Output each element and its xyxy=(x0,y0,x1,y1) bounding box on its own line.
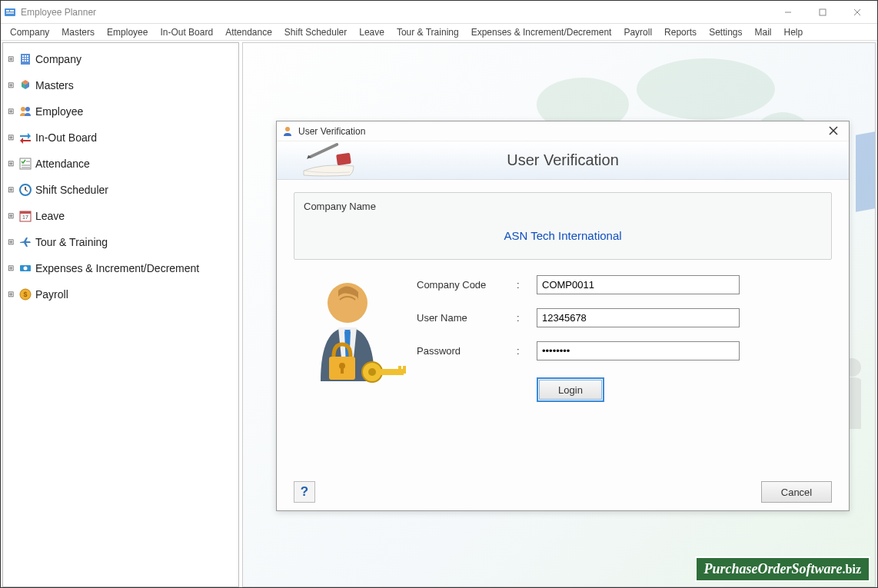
password-input[interactable] xyxy=(537,341,740,360)
dialog-title: User Verification xyxy=(298,126,823,137)
expand-icon[interactable]: ⊞ xyxy=(6,238,15,247)
svg-rect-62 xyxy=(403,366,406,374)
coin-icon: $ xyxy=(18,287,32,301)
company-name-label: Company Name xyxy=(304,201,822,212)
window-titlebar: Employee Planner xyxy=(1,1,877,24)
expand-icon[interactable]: ⊞ xyxy=(6,290,15,299)
dialog-header: User Verification xyxy=(277,141,849,180)
menu-reports[interactable]: Reports xyxy=(658,25,703,39)
plane-icon xyxy=(18,235,32,249)
expand-icon[interactable]: ⊞ xyxy=(6,264,15,273)
navigation-tree[interactable]: ⊞ Company ⊞ Masters ⊞ Employee ⊞ In-Out … xyxy=(2,42,239,587)
people-icon xyxy=(18,105,32,118)
menu-mail[interactable]: Mail xyxy=(748,25,777,39)
svg-point-34 xyxy=(24,267,28,271)
menu-help[interactable]: Help xyxy=(778,25,810,39)
checklist-icon xyxy=(18,157,32,171)
user-verification-dialog: User Verification User Verification xyxy=(276,121,850,511)
svg-rect-12 xyxy=(22,58,24,59)
minimize-button[interactable] xyxy=(770,2,805,23)
username-input[interactable] xyxy=(537,308,740,327)
company-code-label: Company Code xyxy=(417,279,517,291)
svg-point-22 xyxy=(25,107,30,111)
svg-rect-31 xyxy=(20,211,31,214)
dialog-header-title: User Verification xyxy=(507,151,619,169)
svg-rect-17 xyxy=(27,60,28,61)
svg-rect-9 xyxy=(22,55,24,57)
menubar: Company Masters Employee In-Out Board At… xyxy=(1,24,877,41)
svg-rect-3 xyxy=(6,12,14,14)
help-button[interactable]: ? xyxy=(294,481,315,503)
expand-icon[interactable]: ⊞ xyxy=(6,185,15,194)
svg-point-38 xyxy=(637,58,775,120)
svg-rect-14 xyxy=(27,58,28,59)
expand-icon[interactable]: ⊞ xyxy=(6,211,15,221)
tree-item-attendance[interactable]: ⊞ Attendance xyxy=(5,151,237,177)
company-name-group: Company Name ASN Tech International xyxy=(294,192,832,260)
company-code-input[interactable] xyxy=(537,275,740,294)
dialog-titlebar: User Verification xyxy=(277,121,849,141)
watermark-suffix: .biz xyxy=(843,563,861,576)
tree-item-label: Masters xyxy=(35,79,74,91)
colon: : xyxy=(517,345,537,357)
svg-rect-50 xyxy=(336,152,351,164)
dialog-close-button[interactable] xyxy=(823,125,844,138)
expand-icon[interactable]: ⊞ xyxy=(6,107,15,116)
tree-item-leave[interactable]: ⊞ 17 Leave xyxy=(5,203,237,229)
maximize-button[interactable] xyxy=(805,2,840,23)
dialog-icon xyxy=(281,125,294,138)
tree-item-inout[interactable]: ⊞ In-Out Board xyxy=(5,125,237,151)
svg-rect-16 xyxy=(25,60,26,61)
menu-leave[interactable]: Leave xyxy=(353,25,391,39)
menu-payroll[interactable]: Payroll xyxy=(617,25,658,39)
tree-item-payroll[interactable]: ⊞ $ Payroll xyxy=(5,281,237,307)
expand-icon[interactable]: ⊞ xyxy=(6,81,15,90)
expand-icon[interactable]: ⊞ xyxy=(6,55,15,64)
colon: : xyxy=(517,312,537,324)
watermark-main: PurchaseOrderSoftware xyxy=(704,561,843,576)
expand-icon[interactable]: ⊞ xyxy=(6,159,15,168)
window-controls xyxy=(770,2,874,23)
menu-masters[interactable]: Masters xyxy=(55,25,101,39)
tree-item-masters[interactable]: ⊞ Masters xyxy=(5,72,237,98)
window-title: Employee Planner xyxy=(21,7,770,18)
money-icon xyxy=(18,261,32,275)
svg-marker-52 xyxy=(305,154,311,158)
notebook-pen-icon xyxy=(277,141,377,180)
watermark-badge: PurchaseOrderSoftware.biz xyxy=(695,556,870,582)
svg-text:$: $ xyxy=(23,291,27,298)
menu-company[interactable]: Company xyxy=(4,25,55,39)
svg-rect-2 xyxy=(10,10,14,12)
username-label: User Name xyxy=(417,312,517,324)
svg-point-47 xyxy=(285,127,290,131)
svg-rect-15 xyxy=(22,60,24,61)
tree-item-label: Shift Scheduler xyxy=(35,184,108,196)
tree-item-company[interactable]: ⊞ Company xyxy=(5,46,237,72)
company-name-value: ASN Tech International xyxy=(304,223,822,244)
menu-attendance[interactable]: Attendance xyxy=(219,25,278,39)
menu-inout[interactable]: In-Out Board xyxy=(154,25,219,39)
menu-shift[interactable]: Shift Scheduler xyxy=(278,25,353,39)
app-icon xyxy=(4,6,16,18)
tree-item-label: Tour & Training xyxy=(35,236,108,248)
menu-expenses[interactable]: Expenses & Increment/Decrement xyxy=(465,25,618,39)
login-button[interactable]: Login xyxy=(539,380,602,400)
tree-item-label: Attendance xyxy=(35,158,90,170)
tree-item-label: Employee xyxy=(35,105,83,118)
close-button[interactable] xyxy=(840,2,874,23)
tree-item-shift[interactable]: ⊞ Shift Scheduler xyxy=(5,177,237,203)
password-label: Password xyxy=(417,345,517,357)
tree-item-label: Leave xyxy=(35,210,65,222)
tree-item-tour[interactable]: ⊞ Tour & Training xyxy=(5,229,237,255)
cancel-button[interactable]: Cancel xyxy=(761,481,832,503)
svg-rect-51 xyxy=(308,142,339,158)
svg-rect-61 xyxy=(398,366,401,370)
menu-tour[interactable]: Tour & Training xyxy=(391,25,465,39)
tree-item-employee[interactable]: ⊞ Employee xyxy=(5,98,237,125)
menu-settings[interactable]: Settings xyxy=(703,25,748,39)
svg-rect-5 xyxy=(820,9,826,15)
tree-item-label: Company xyxy=(35,53,81,65)
tree-item-expenses[interactable]: ⊞ Expenses & Increment/Decrement xyxy=(5,255,237,281)
expand-icon[interactable]: ⊞ xyxy=(6,133,15,142)
menu-employee[interactable]: Employee xyxy=(101,25,154,39)
